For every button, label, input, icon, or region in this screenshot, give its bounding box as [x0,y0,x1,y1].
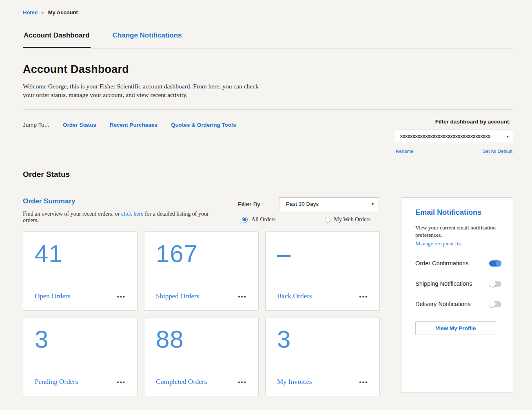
chevron-down-icon: ▾ [372,202,374,206]
shipped-orders-link[interactable]: Shipped Orders [156,292,199,300]
page-container: Home ▸ My Account Account Dashboard Chan… [0,0,532,396]
account-filter-label: Filter dashboard by account: [395,119,511,125]
my-invoices-link[interactable]: My Invoices [277,378,312,386]
account-filter-actions: Rename Set As Default [395,149,513,154]
email-notifications-description: View your current email notification pre… [415,224,497,239]
pending-orders-link[interactable]: Pending Orders [35,378,78,386]
card-shipped-orders: 167 Shipped Orders ••• [144,231,259,311]
email-notifications-panel: Email Notifications View your current em… [401,197,513,393]
order-status-content: Order Summary Find an overview of your r… [23,197,513,396]
toggle-row-delivery-notifications: Delivery Notifications [415,301,501,307]
rename-link[interactable]: Rename [396,149,413,154]
jump-link-quotes-tools[interactable]: Quotes & Ordering Tools [171,122,236,128]
order-summary-column: Order Summary Find an overview of your r… [23,197,379,396]
delivery-notifications-label: Delivery Notifications [415,301,470,307]
shipped-orders-count: 167 [156,241,248,267]
card-my-invoices: 3 My Invoices ••• [265,317,380,396]
toggle-row-order-confirmations: Order Confirmations [415,260,501,267]
card-pending-orders: 3 Pending Orders ••• [23,317,137,396]
account-filter-select[interactable]: xxxxxxxxxxxxxxxxxxxxxxxxxxxxxxxxxxxx ▾ [395,130,513,143]
email-notifications-heading: Email Notifications [415,208,501,217]
jump-to-links: Jump To... Order Status Recent Purchases… [23,119,236,128]
tab-bar: Account Dashboard Change Notifications [23,29,513,48]
back-orders-link[interactable]: Back Orders [277,292,312,300]
order-confirmations-label: Order Confirmations [415,260,469,267]
ellipsis-menu-icon[interactable]: ••• [237,379,248,386]
order-summary-title: Order Summary [23,197,219,205]
filter-by-label: Filter By : [238,201,264,207]
radio-my-web-orders-label: My Web Orders [334,216,371,223]
jump-to-label: Jump To... [23,122,49,128]
chevron-down-icon: ▾ [507,134,509,139]
radio-selected-icon [242,217,248,223]
my-invoices-count: 3 [277,326,369,352]
manage-recipient-list-link[interactable]: Manage recipient list [415,240,462,247]
card-completed-orders: 88 Completed Orders ••• [144,317,259,396]
date-range-select[interactable]: Past 30 Days ▾ [279,197,379,211]
click-here-link[interactable]: click here [121,211,144,217]
order-summary-cards: 41 Open Orders ••• 167 Shipped Orders ••… [23,231,379,396]
account-filter: Filter dashboard by account: xxxxxxxxxxx… [395,119,513,154]
order-status-heading: Order Status [23,170,513,179]
radio-my-web-orders[interactable]: My Web Orders [325,216,371,223]
ellipsis-menu-icon[interactable]: ••• [116,379,126,386]
summary-text-pre: Find an overview of your recent orders, … [23,211,121,217]
toggle-row-shipping-notifications: Shipping Notifications [415,280,501,287]
completed-orders-count: 88 [156,326,248,352]
order-filter-controls: Filter By : Past 30 Days ▾ All Orders [238,197,379,223]
order-summary-intro: Order Summary Find an overview of your r… [23,197,219,224]
open-orders-link[interactable]: Open Orders [35,292,70,300]
set-as-default-link[interactable]: Set As Default [483,149,512,154]
tab-account-dashboard[interactable]: Account Dashboard [23,29,91,48]
page-title: Account Dashboard [23,63,513,76]
breadcrumb-home-link[interactable]: Home [23,9,38,15]
order-confirmations-toggle[interactable] [489,260,501,267]
tab-change-notifications[interactable]: Change Notifications [112,29,183,48]
completed-orders-link[interactable]: Completed Orders [156,378,207,386]
ellipsis-menu-icon[interactable]: ••• [358,293,369,300]
welcome-text: Welcome George, this is your Fisher Scie… [23,82,259,99]
card-open-orders: 41 Open Orders ••• [23,231,137,311]
radio-unselected-icon [325,217,330,223]
ellipsis-menu-icon[interactable]: ••• [237,293,248,300]
delivery-notifications-toggle[interactable] [489,301,501,307]
radio-all-orders-label: All Orders [251,216,276,223]
account-filter-value: xxxxxxxxxxxxxxxxxxxxxxxxxxxxxxxxxxxx [400,134,490,139]
radio-all-orders[interactable]: All Orders [242,216,276,223]
ellipsis-menu-icon[interactable]: ••• [358,379,369,386]
jump-to-row: Jump To... Order Status Recent Purchases… [23,119,513,154]
order-type-radios: All Orders My Web Orders [238,216,379,223]
card-back-orders: – Back Orders ••• [265,231,380,311]
breadcrumb: Home ▸ My Account [23,0,513,15]
shipping-notifications-toggle[interactable] [489,281,501,287]
pending-orders-count: 3 [35,326,126,352]
date-range-value: Past 30 Days [286,201,319,207]
ellipsis-menu-icon[interactable]: ••• [116,293,126,300]
open-orders-count: 41 [35,241,126,267]
breadcrumb-current: My Account [48,9,78,15]
order-summary-description: Find an overview of your recent orders, … [23,211,219,224]
shipping-notifications-label: Shipping Notifications [415,280,472,287]
order-summary-header: Order Summary Find an overview of your r… [23,197,379,224]
divider [23,188,513,188]
notification-toggle-list: Order Confirmations Shipping Notificatio… [415,260,501,307]
view-my-profile-button[interactable]: View My Profile [415,321,496,335]
jump-link-order-status[interactable]: Order Status [63,122,96,128]
breadcrumb-separator-icon: ▸ [42,10,44,15]
divider [23,109,513,110]
jump-link-recent-purchases[interactable]: Recent Purchases [110,122,157,128]
filter-by-row: Filter By : Past 30 Days ▾ [238,197,379,211]
back-orders-count: – [277,241,369,267]
